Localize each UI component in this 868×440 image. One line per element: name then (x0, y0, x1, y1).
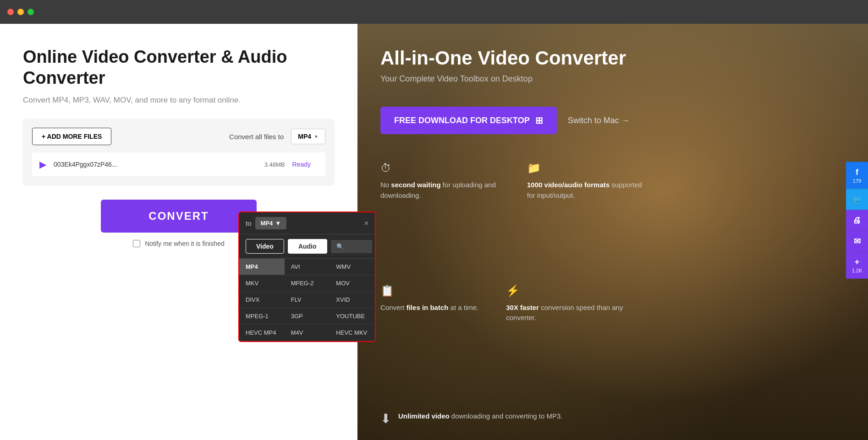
dropdown-to-label: to (246, 219, 252, 227)
notify-checkbox[interactable] (133, 240, 140, 247)
facebook-icon: f (856, 167, 858, 177)
maximize-button[interactable] (27, 9, 34, 15)
dropdown-format-label: MP4 (261, 220, 273, 227)
file-icon: ▶ (39, 159, 46, 170)
feature-text-1: No second waiting for uploading and down… (380, 180, 500, 201)
format-select-button[interactable]: MP4 ▼ (291, 129, 325, 144)
page-title: Online Video Converter & Audio Converter (23, 47, 335, 88)
format-cell-xvid[interactable]: XVID (330, 292, 375, 308)
print-button[interactable]: 🖨 (846, 210, 868, 230)
dropdown-arrow-icon2: ▼ (275, 220, 281, 227)
switch-mac-link[interactable]: Switch to Mac → (568, 116, 630, 125)
print-icon: 🖨 (853, 215, 861, 225)
format-cell-flv[interactable]: FLV (285, 292, 330, 308)
notify-row: Notify me when it is finished (133, 240, 225, 247)
format-cell-youtube[interactable]: YOUTUBE (330, 308, 375, 325)
close-button[interactable] (7, 9, 14, 15)
file-row: ▶ 003Ek4Pggx07zP46... 3.48MB Ready (32, 152, 325, 177)
twitter-button[interactable]: 🐦 (846, 189, 868, 210)
convert-all-label: Convert all files to (229, 133, 284, 141)
download-btn-label: FREE DOWNLOAD FOR DESKTOP (394, 116, 530, 125)
format-cell-mpeg2[interactable]: MPEG-2 (285, 275, 330, 292)
format-search-input[interactable] (331, 240, 372, 253)
format-cell-wmv[interactable]: WMV (330, 259, 375, 275)
twitter-icon: 🐦 (852, 194, 862, 204)
share-count: 1.2K (852, 267, 863, 273)
mail-button[interactable]: ✉ (846, 230, 868, 251)
file-name: 003Ek4Pggx07zP46... (54, 161, 257, 168)
minimize-button[interactable] (17, 9, 24, 15)
format-grid: MP4 AVI WMV MKV MPEG-2 MOV DIVX FLV XVID… (239, 259, 375, 341)
dropdown-format-button[interactable]: MP4 ▼ (255, 217, 287, 229)
hero-subtitle: Your Complete Video Toolbox on Desktop (380, 74, 845, 84)
tab-video[interactable]: Video (246, 239, 284, 254)
dropdown-arrow-icon: ▼ (314, 134, 319, 139)
bottom-feature-text: Unlimited video downloading and converti… (398, 411, 563, 422)
features-row: ⏱ No second waiting for uploading and do… (380, 162, 845, 201)
format-cell-divx[interactable]: DIVX (239, 292, 285, 308)
convert-button[interactable]: CONVERT (101, 200, 257, 233)
file-status: Ready (292, 161, 311, 168)
feature-icon-3: 📋 (380, 284, 478, 297)
titlebar (0, 0, 868, 24)
download-icon: ⬇ (380, 411, 391, 426)
right-content: All-in-One Video Converter Your Complete… (357, 24, 868, 440)
feature-item-4: ⚡ 30X faster conversion speed than any c… (506, 284, 625, 323)
feature-icon-4: ⚡ (506, 284, 625, 297)
format-cell-hevcmp4[interactable]: HEVC MP4 (239, 325, 285, 341)
cta-row: FREE DOWNLOAD FOR DESKTOP ⊞ Switch to Ma… (380, 107, 845, 134)
format-cell-hevcmkv[interactable]: HEVC MKV (330, 325, 375, 341)
feature-text-3: Convert files in batch at a time. (380, 303, 478, 313)
dropdown-header: to MP4 ▼ × (239, 212, 375, 234)
format-cell-mp4[interactable]: MP4 (239, 259, 285, 275)
social-sidebar: f 179 🐦 🖨 ✉ + 1.2K (846, 162, 868, 278)
facebook-button[interactable]: f 179 (846, 162, 868, 189)
feature-item-3: 📋 Convert files in batch at a time. (380, 284, 478, 323)
hero-title: All-in-One Video Converter (380, 47, 845, 70)
download-button[interactable]: FREE DOWNLOAD FOR DESKTOP ⊞ (380, 107, 557, 134)
feature-text-2: 1000 video/audio formats supported for i… (527, 180, 646, 201)
converter-header: + ADD MORE FILES Convert all files to MP… (32, 128, 325, 145)
facebook-count: 179 (853, 178, 861, 183)
format-dropdown: to MP4 ▼ × Video Audio MP4 AVI WMV MKV M… (238, 212, 376, 342)
format-select-label: MP4 (298, 133, 311, 140)
feature-icon-1: ⏱ (380, 162, 500, 174)
feature-text-4: 30X faster conversion speed than any con… (506, 303, 625, 323)
format-cell-avi[interactable]: AVI (285, 259, 330, 275)
mail-icon: ✉ (854, 236, 861, 246)
notify-label: Notify me when it is finished (145, 240, 225, 247)
format-cell-mkv[interactable]: MKV (239, 275, 285, 292)
tab-audio[interactable]: Audio (288, 239, 327, 254)
format-cell-m4v[interactable]: M4V (285, 325, 330, 341)
dropdown-close-button[interactable]: × (364, 219, 368, 228)
plus-icon: + (855, 257, 860, 266)
feature-icon-2: 📁 (527, 162, 646, 174)
bottom-feature: ⬇ Unlimited video downloading and conver… (380, 411, 845, 426)
feature-item-2: 📁 1000 video/audio formats supported for… (527, 162, 646, 201)
windows-icon: ⊞ (535, 115, 543, 126)
format-cell-mov[interactable]: MOV (330, 275, 375, 292)
left-panel: Online Video Converter & Audio Converter… (0, 24, 357, 440)
format-cell-mpeg1[interactable]: MPEG-1 (239, 308, 285, 325)
share-button[interactable]: + 1.2K (846, 251, 868, 278)
features-row-2: 📋 Convert files in batch at a time. ⚡ 30… (380, 284, 845, 323)
right-panel: All-in-One Video Converter Your Complete… (357, 24, 868, 440)
page-subtitle: Convert MP4, MP3, WAV, MOV, and more to … (23, 96, 335, 105)
converter-box: + ADD MORE FILES Convert all files to MP… (23, 119, 335, 186)
add-files-button[interactable]: + ADD MORE FILES (32, 128, 111, 145)
main-area: Online Video Converter & Audio Converter… (0, 24, 868, 440)
tab-row: Video Audio (239, 234, 375, 259)
file-size: 3.48MB (264, 161, 285, 168)
feature-item-1: ⏱ No second waiting for uploading and do… (380, 162, 500, 201)
format-cell-3gp[interactable]: 3GP (285, 308, 330, 325)
